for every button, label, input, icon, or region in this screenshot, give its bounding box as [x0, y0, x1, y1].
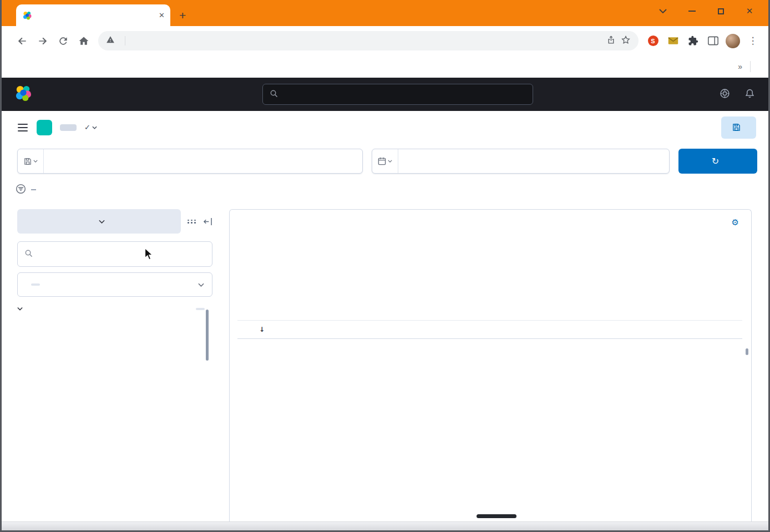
table-header: ↓	[237, 321, 742, 339]
menu-icon[interactable]	[17, 121, 29, 134]
filter-bar	[2, 179, 768, 201]
share-icon[interactable]	[606, 35, 616, 47]
chart-plot	[260, 242, 742, 297]
forward-icon[interactable]	[32, 32, 53, 50]
divider	[125, 36, 125, 45]
profile-avatar[interactable]	[723, 32, 743, 50]
divider	[750, 61, 751, 72]
available-fields-count	[196, 308, 205, 310]
field-search-box[interactable]	[17, 241, 212, 267]
available-fields-header[interactable]	[17, 307, 212, 311]
bookmarks-overflow-icon[interactable]: »	[738, 62, 742, 71]
table-vertical-scrollbar[interactable]	[746, 348, 748, 355]
bookmark-star-icon[interactable]	[621, 35, 631, 47]
side-panel-icon[interactable]	[703, 32, 723, 50]
refresh-icon: ↻	[712, 156, 719, 166]
index-pattern-select[interactable]	[17, 209, 181, 234]
browser-titlebar: ✕ + ✕	[2, 0, 768, 26]
query-input-group	[17, 149, 363, 174]
index-pattern-row	[17, 209, 212, 234]
save-button[interactable]	[721, 116, 756, 139]
help-icon[interactable]	[720, 88, 730, 101]
bookmarks-right: »	[738, 61, 758, 72]
window-frame-bottom	[2, 521, 768, 530]
refresh-button[interactable]: ↻	[678, 149, 757, 174]
results-header: ⚙	[237, 217, 742, 227]
breadcrumb-check-icon[interactable]: ✓	[84, 123, 97, 131]
chart-bars	[260, 242, 742, 297]
calendar-menu-button[interactable]	[372, 149, 398, 173]
x-axis	[260, 300, 742, 311]
extensions-puzzle-icon[interactable]	[683, 32, 703, 50]
home-icon[interactable]	[73, 32, 94, 50]
notifications-icon[interactable]	[744, 88, 755, 101]
space-avatar[interactable]	[37, 120, 52, 135]
search-icon	[270, 89, 278, 100]
back-icon[interactable]	[12, 32, 32, 50]
filter-dash-icon	[31, 189, 36, 190]
header-icons	[720, 88, 755, 101]
extension-s-icon[interactable]: S	[643, 32, 663, 50]
field-filters-icon[interactable]	[188, 220, 196, 224]
new-tab-button[interactable]: +	[179, 9, 186, 21]
app-toolbar: ✓	[2, 111, 768, 144]
table-horizontal-scrollbar[interactable]	[477, 514, 516, 518]
filter-icon[interactable]	[16, 184, 26, 196]
browser-menu-icon[interactable]: ⋮	[743, 32, 763, 50]
tab-favicon-elastic-icon	[23, 11, 32, 20]
field-search-input[interactable]	[38, 250, 205, 259]
gear-icon: ⚙	[732, 217, 739, 227]
results-panel: ⚙ ↓	[229, 209, 752, 521]
address-bar[interactable]	[98, 31, 639, 50]
bookmarks-bar: »	[2, 55, 768, 78]
global-search[interactable]	[262, 84, 533, 105]
histogram-chart	[237, 242, 742, 311]
filter-by-type[interactable]	[17, 272, 212, 297]
chevron-down-icon	[17, 307, 23, 311]
reload-icon[interactable]	[53, 32, 73, 50]
browser-window: ✕ + ✕ S ⋮ »	[0, 0, 770, 532]
tab-search-icon[interactable]	[649, 0, 677, 22]
elastic-header	[2, 78, 768, 111]
window-controls: ✕	[649, 0, 764, 22]
saved-query-menu-button[interactable]	[18, 149, 44, 173]
extension-mail-icon[interactable]	[663, 32, 683, 50]
query-bar: ↻	[2, 144, 768, 179]
sidebar-scrollbar[interactable]	[206, 310, 209, 361]
close-button[interactable]: ✕	[735, 0, 764, 22]
time-column-header[interactable]: ↓	[256, 326, 398, 333]
browser-navbar: S ⋮	[2, 26, 768, 55]
maximize-button[interactable]	[706, 0, 735, 22]
chevron-down-icon	[198, 283, 204, 287]
chart-options-button[interactable]: ⚙	[732, 217, 742, 227]
breadcrumb[interactable]	[60, 124, 77, 131]
warning-icon	[106, 36, 115, 46]
tab-close-icon[interactable]: ✕	[159, 11, 165, 19]
query-search-input[interactable]	[44, 156, 347, 166]
fields-sidebar	[17, 209, 212, 521]
global-search-input[interactable]	[283, 90, 526, 99]
documents-table: ↓	[237, 320, 742, 339]
collapse-sidebar-icon[interactable]	[203, 217, 212, 226]
date-picker	[372, 149, 670, 174]
elastic-logo-icon[interactable]	[15, 85, 32, 104]
filter-by-type-count	[31, 283, 40, 286]
search-icon	[24, 249, 33, 260]
discover-content: ⚙ ↓	[2, 201, 768, 521]
minimize-button[interactable]	[677, 0, 706, 22]
browser-tab[interactable]: ✕	[16, 4, 170, 26]
current-time-marker	[736, 240, 737, 297]
sort-descending-icon[interactable]: ↓	[259, 326, 265, 333]
